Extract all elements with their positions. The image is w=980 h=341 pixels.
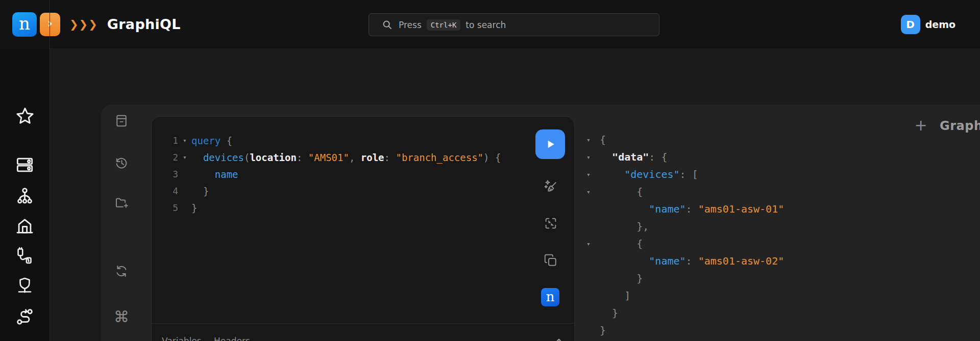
devices-icon: [15, 155, 34, 174]
cable-icon: [15, 246, 34, 265]
fold-arrow-icon[interactable]: ▾: [581, 136, 596, 144]
user-menu[interactable]: D demo: [901, 0, 955, 48]
graphiql-refetch-schema-button[interactable]: [110, 260, 133, 282]
nautobot-logo[interactable]: n: [12, 12, 37, 37]
execute-query-button[interactable]: [535, 129, 565, 159]
query-editor[interactable]: 1▾query {2▾ devices(location: "AMS01", r…: [152, 132, 518, 216]
fold-arrow-icon[interactable]: ▾: [178, 153, 191, 161]
code-text: }: [600, 324, 606, 336]
code-text: {: [600, 238, 643, 250]
code-text: name: [191, 169, 238, 180]
search-icon: [382, 20, 393, 30]
sidebar-item-routes[interactable]: [0, 307, 50, 326]
user-avatar[interactable]: D: [901, 15, 920, 34]
tab-variables[interactable]: Variables: [162, 336, 202, 341]
play-icon: [544, 138, 557, 151]
code-line: }: [581, 270, 784, 287]
fold-arrow-icon[interactable]: ▾: [581, 171, 596, 178]
copy-query-button[interactable]: [543, 252, 559, 269]
code-line: 1▾query {: [152, 132, 518, 149]
topbar-left-group: n › ❯❯❯ GraphiQL: [12, 0, 181, 48]
line-number: 2: [152, 152, 178, 163]
sidebar-item-topology[interactable]: [0, 187, 50, 205]
nautobot-logo-letter: n: [19, 15, 30, 32]
fold-arrow-icon[interactable]: ▾: [581, 240, 596, 248]
code-line: }: [581, 304, 784, 322]
location-icon: [15, 217, 34, 235]
code-line: 3 name: [152, 166, 518, 182]
prettify-button[interactable]: [543, 178, 559, 195]
code-line: "name": "ams01-asw-02": [581, 252, 784, 270]
graphiql-open-file-button[interactable]: [110, 192, 133, 214]
merge-icon: [543, 216, 558, 231]
plus-icon: +: [914, 116, 927, 134]
add-tab-button[interactable]: +: [912, 116, 930, 134]
sidebar-item-cables[interactable]: [0, 246, 50, 265]
code-line: 5}: [152, 199, 518, 216]
graphiql-history-button[interactable]: [110, 152, 133, 174]
fold-arrow-icon[interactable]: ▾: [178, 137, 191, 144]
code-text: }: [191, 202, 197, 214]
fold-arrow-icon[interactable]: ▾: [581, 153, 596, 161]
search-placeholder-prefix: Press: [399, 20, 422, 30]
sidebar-item-security[interactable]: [0, 276, 50, 295]
code-line: ]: [581, 287, 784, 304]
global-search-input[interactable]: Press Ctrl+K to search: [369, 13, 659, 36]
line-number: 4: [152, 186, 178, 196]
content-area: ⌘ ⚙ 1▾query {2▾ devices(location: "AMS01…: [50, 48, 980, 341]
code-line: ▾ {: [581, 183, 784, 200]
search-shortcut-key: Ctrl+K: [427, 19, 461, 31]
code-text: {: [600, 186, 643, 198]
page-title: GraphiQL: [107, 16, 181, 32]
code-text: },: [600, 220, 649, 232]
code-line: 2▾ devices(location: "AMS01", role: "bra…: [152, 149, 518, 166]
code-text: "name": "ams01-asw-02": [600, 255, 784, 267]
prettify-sparkle-icon: [543, 179, 558, 194]
sidebar-item-favorites[interactable]: [0, 106, 50, 126]
nautobot-graphiql-page: n › ❯❯❯ GraphiQL Press Ctrl+K to search …: [0, 0, 980, 341]
sidebar-expand-button[interactable]: ›: [40, 13, 60, 36]
line-number: 1: [152, 135, 178, 146]
code-line: ▾ {: [581, 235, 784, 252]
response-viewer: ▾{▾ "data": {▾ "devices": [▾ { "name": "…: [581, 131, 784, 339]
code-text: }: [600, 307, 618, 319]
star-icon: [15, 106, 35, 126]
keyboard-shortcut-icon: ⌘: [114, 309, 129, 325]
code-text: }: [600, 272, 643, 284]
user-name: demo: [925, 19, 955, 30]
tab-headers[interactable]: Headers: [214, 336, 250, 341]
graphiql-shortcuts-button[interactable]: ⌘: [110, 306, 133, 328]
topology-icon: [15, 187, 34, 205]
nautobot-button-letter: n: [546, 290, 555, 303]
fold-arrow-icon[interactable]: ▾: [581, 188, 596, 196]
code-line: }: [581, 322, 784, 339]
chevron-up-icon[interactable]: [555, 338, 563, 341]
search-placeholder-suffix: to search: [465, 20, 506, 30]
code-line: },: [581, 218, 784, 235]
code-text: ]: [600, 290, 630, 302]
line-number: 5: [152, 202, 178, 213]
code-line: "name": "ams01-asw-01": [581, 200, 784, 218]
shield-network-icon: [15, 276, 34, 295]
main-nav-sidebar: [0, 48, 50, 341]
nautobot-queries-button[interactable]: n: [541, 288, 559, 306]
graphiql-docs-button[interactable]: [110, 110, 133, 132]
docs-icon: [114, 114, 129, 128]
code-text: {: [600, 134, 606, 146]
code-text: query {: [191, 135, 232, 146]
graphiql-logo-graph: Graph: [940, 119, 980, 133]
merge-fragments-button[interactable]: [543, 215, 559, 231]
line-number: 3: [152, 169, 178, 179]
query-editor-panel: 1▾query {2▾ devices(location: "AMS01", r…: [151, 116, 575, 341]
graphiql-logo: GraphiQL: [940, 119, 980, 133]
sidebar-item-locations[interactable]: [0, 217, 50, 235]
code-text: "data": {: [600, 151, 667, 163]
code-line: ▾{: [581, 131, 784, 148]
code-line: 4 }: [152, 182, 518, 199]
sidebar-item-power[interactable]: [0, 339, 50, 341]
code-text: "devices": [: [600, 168, 698, 180]
history-icon: [114, 156, 129, 170]
sidebar-item-devices[interactable]: [0, 155, 50, 174]
copy-icon: [543, 253, 558, 268]
code-line: ▾ "data": {: [581, 148, 784, 166]
